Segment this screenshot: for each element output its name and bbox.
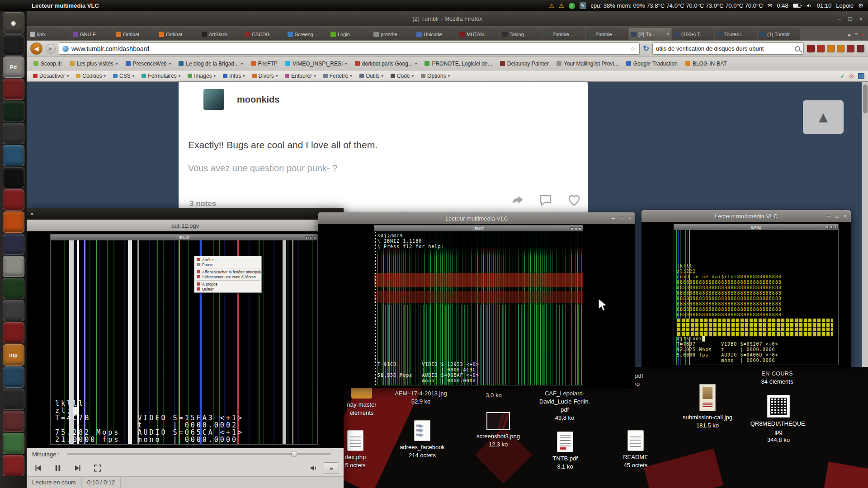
edit-tray-icon[interactable]: ✎ <box>580 2 586 9</box>
seek-slider-handle[interactable] <box>291 451 297 457</box>
dock-item-13[interactable] <box>3 278 24 299</box>
maximize-icon[interactable]: □ <box>849 15 852 22</box>
desktop-icon-submission-call-jpg[interactable]: submission-call.jpg181,5 ko <box>680 384 735 430</box>
dock-item-5[interactable] <box>3 101 24 122</box>
dock-item-4[interactable] <box>3 79 24 100</box>
system-monitor-text[interactable]: cpu: 38% mem: 09% 73.8°C 74.0°C 70.0°C 7… <box>591 2 763 9</box>
desktop-icon-adrees-facebook[interactable]: adrees_facebook214 octets <box>395 420 449 460</box>
ask-prompt[interactable]: Vous avez une question pour punk- ? <box>188 163 337 174</box>
close-icon[interactable]: × <box>628 215 631 221</box>
volume-icon[interactable] <box>806 3 812 9</box>
minimize-icon[interactable]: – <box>313 222 316 229</box>
tab-toutes-l[interactable]: Toutes l... <box>715 28 757 40</box>
warning-icon[interactable]: ⚠ <box>549 2 554 9</box>
tab-zombie[interactable]: Zombie ... <box>543 28 585 40</box>
session-user[interactable]: Lepole <box>836 2 854 9</box>
extension-icon-2[interactable] <box>817 45 825 52</box>
devbar-formulaires[interactable]: Formulaires▾ <box>139 72 183 80</box>
desktop-icon-3-0-ko[interactable]: 3,0 ko <box>467 391 521 399</box>
desktop-icon-en-cours[interactable]: EN-COURS34 éléments <box>750 370 804 386</box>
vlc-window-2[interactable]: Lecteur multimédia VLC – □ × IBNIZ sdj;d… <box>318 212 635 388</box>
active-app-title[interactable]: Lecteur multimédia VLC <box>32 2 99 9</box>
tab-1-tumblr[interactable]: (1) Tumblr <box>758 28 800 40</box>
bookmark-le-blog-de-la-brigad[interactable]: Le blog de la Brigad...▾ <box>175 59 246 68</box>
share-icon[interactable] <box>510 194 524 206</box>
playlist-button[interactable]: ≡ <box>324 462 339 474</box>
tab-prosthe[interactable]: prosthe... <box>371 28 414 40</box>
extension-icon-5[interactable] <box>847 45 854 52</box>
close-icon[interactable]: × <box>30 211 34 217</box>
close-icon[interactable]: × <box>859 15 863 22</box>
dock-item-21[interactable] <box>3 455 24 476</box>
vlc2-titlebar[interactable]: Lecteur multimédia VLC – □ × <box>318 212 635 224</box>
menu-item-afficher-cacher-la-fen-tre-principale[interactable]: Afficher/cacher la fenêtre principale <box>194 269 261 274</box>
tab-screeng[interactable]: Screeng... <box>285 28 328 40</box>
bookmark-pronote-logiciel-de[interactable]: PRONOTE, Logiciel de... <box>421 59 495 68</box>
search-icon[interactable] <box>795 46 800 52</box>
desktop-icon-screenshot3-png[interactable]: screenshot3.png12,3 ko <box>471 412 525 449</box>
desktop-icon-tntb-pdf[interactable]: TNTB.pdf3,1 ko <box>538 432 592 471</box>
forward-button[interactable]: ▶ <box>46 44 56 54</box>
scrollbar[interactable] <box>862 82 868 367</box>
tab-taking[interactable]: Taking ... <box>500 28 542 40</box>
bookmark-les-plus-visit-s[interactable]: Les plus visités▾ <box>66 59 121 68</box>
devbar-cookies[interactable]: Cookies▾ <box>73 72 108 80</box>
vlc-window-out12[interactable]: × out-12.ogv – IBNIZ <box>27 208 344 488</box>
bookmark-fireftp[interactable]: FireFTP <box>248 59 281 68</box>
dock-item-14[interactable] <box>3 300 24 321</box>
tab-zombie[interactable]: Zombie ... <box>586 28 628 40</box>
close-icon[interactable]: × <box>844 213 847 219</box>
bookmark-scoop-it[interactable]: Scoop.it! <box>30 59 65 68</box>
window-size-icon[interactable] <box>858 73 864 79</box>
dock-item-15[interactable] <box>3 322 24 343</box>
dock-item-17[interactable] <box>3 366 24 388</box>
dock-item-10[interactable] <box>3 211 24 233</box>
errors-icon[interactable]: ⊘ <box>849 73 854 80</box>
tab-mutan[interactable]: MUTAN... <box>457 28 500 40</box>
devbar-infos[interactable]: Infos▾ <box>220 72 248 80</box>
bookmark-star-icon[interactable]: ☆ <box>630 45 636 53</box>
bookmark-google-traduction[interactable]: Google Traduction <box>623 59 681 68</box>
devbar-code[interactable]: Code▾ <box>388 72 416 80</box>
clock[interactable]: 01:10 <box>817 2 832 9</box>
menu-item-arr-ter[interactable]: Arrêter <box>194 257 261 262</box>
avatar[interactable] <box>203 89 224 110</box>
maximize-icon[interactable]: □ <box>835 213 839 219</box>
reply-icon[interactable] <box>539 194 552 206</box>
vlc3-titlebar[interactable]: Lecteur multimédia VLC – □ × <box>642 210 851 222</box>
devbar-images[interactable]: Images▾ <box>185 72 218 80</box>
devbar-outils[interactable]: Outils▾ <box>357 72 386 80</box>
tab-cbcdg[interactable]: CBCDG-... <box>242 28 285 40</box>
tab-2-tu[interactable]: (2) Tu...× <box>629 28 671 40</box>
tab-close-icon[interactable]: × <box>666 32 669 37</box>
dock-item-9[interactable] <box>3 189 24 211</box>
dock-item-11[interactable] <box>3 234 24 255</box>
vlc1-titlebar[interactable]: out-12.ogv – <box>27 220 344 231</box>
html-valid-icon[interactable]: ✓ <box>840 73 845 80</box>
tab-ordinat[interactable]: Ordinat... <box>156 28 199 40</box>
vlc3-video-area[interactable]: IBNIZ lklll zl;222 cdxd je ne dai$rlus88… <box>642 222 851 367</box>
dock-item-19[interactable] <box>3 411 24 432</box>
extension-icon-4[interactable] <box>837 45 844 52</box>
minimize-icon[interactable]: – <box>838 15 841 22</box>
menu-item-s-lectionner-une-zone-l-cran[interactable]: Sélectionner une zone à l'écran <box>194 274 261 279</box>
dock-item-2[interactable] <box>3 34 24 56</box>
firefox-titlebar[interactable]: (2) Tumblr - Mozilla Firefox – □ × <box>27 11 868 26</box>
seek-slider[interactable] <box>67 453 331 455</box>
volume-icon[interactable] <box>309 464 318 472</box>
post-notes-count[interactable]: 3 notes <box>189 199 217 208</box>
bookmark-dorkbot-paris-goog[interactable]: dorkbot paris Goog...▾ <box>352 59 420 68</box>
minimize-icon[interactable]: – <box>827 213 830 219</box>
pause-button[interactable] <box>51 462 65 474</box>
mail-icon[interactable]: ✉ <box>768 2 773 9</box>
minimize-icon[interactable]: – <box>612 215 615 221</box>
devbar-entourer[interactable]: Entourer▾ <box>282 72 319 80</box>
tab-scroll-right-icon[interactable]: ▸ <box>848 32 851 38</box>
scroll-to-top-button[interactable]: ▲ <box>803 100 844 134</box>
dock-item-16[interactable]: irip <box>3 344 24 366</box>
search-bar[interactable]: utils de verification de disques durs ub… <box>652 42 804 55</box>
menu-item-pause[interactable]: Pause <box>194 262 261 267</box>
tab-gnu-e[interactable]: GNU E... <box>71 28 113 40</box>
scrollbar-thumb[interactable] <box>863 84 868 113</box>
like-heart-icon[interactable] <box>567 194 581 206</box>
